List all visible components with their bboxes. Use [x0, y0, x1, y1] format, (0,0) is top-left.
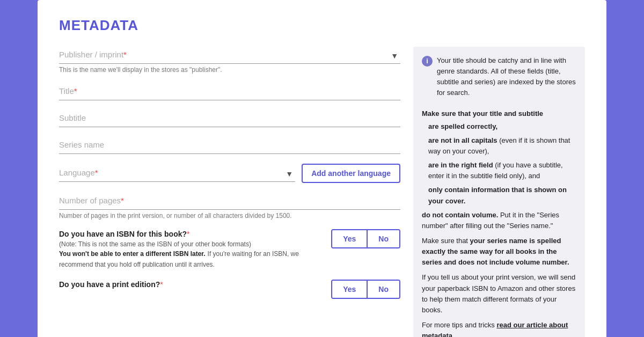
series-input[interactable]	[59, 140, 400, 151]
pages-input[interactable]	[59, 196, 400, 207]
isbn-label: Do you have an ISBN for this book?* (Not…	[59, 229, 325, 270]
info-item-2: are not in all capitals (even if it is s…	[422, 135, 576, 157]
subtitle-group: Subtitle	[59, 110, 400, 127]
isbn-no-button[interactable]: No	[367, 230, 399, 247]
info-bold-intro: Make sure that your title and subtitle	[422, 108, 576, 119]
subtitle-field[interactable]: Subtitle	[59, 110, 400, 127]
info-header: i Your title should be catchy and in lin…	[422, 55, 576, 103]
add-language-button[interactable]: Add another language	[302, 164, 400, 183]
language-select-wrapper[interactable]: ▼	[59, 168, 295, 179]
subtitle-input[interactable]	[59, 113, 400, 124]
info-series-warning: Make sure that your series name is spell…	[422, 236, 576, 268]
info-series-note: do not contain volume. Put it in the "Se…	[422, 210, 576, 231]
print-no-button[interactable]: No	[367, 281, 399, 298]
print-group: Do you have a print edition?* Yes No	[59, 280, 400, 299]
info-isbn-info: If you tell us about your print version,…	[422, 272, 576, 316]
info-item-1: are spelled correctly,	[422, 121, 576, 132]
info-icon: i	[422, 56, 433, 67]
series-group: Series name	[59, 137, 400, 154]
isbn-yes-button[interactable]: Yes	[332, 230, 367, 247]
pages-group: Number of pages* Number of pages in the …	[59, 193, 400, 219]
series-field[interactable]: Series name	[59, 137, 400, 154]
isbn-yes-no-buttons: Yes No	[331, 229, 400, 248]
pages-hint: Number of pages in the print version, or…	[59, 212, 400, 219]
print-label: Do you have a print edition?*	[59, 280, 325, 290]
print-yes-no-buttons: Yes No	[331, 280, 400, 299]
pages-field[interactable]: Number of pages*	[59, 193, 400, 210]
publisher-field[interactable]: ▼ Publisher / imprint*	[59, 47, 400, 64]
print-yes-button[interactable]: Yes	[332, 281, 367, 298]
left-panel: ▼ Publisher / imprint* This is the name …	[59, 47, 400, 337]
info-panel: i Your title should be catchy and in lin…	[413, 47, 585, 337]
title-input[interactable]	[59, 86, 400, 98]
language-field[interactable]: ▼ Language*	[59, 165, 295, 182]
publisher-hint: This is the name we'll display in the st…	[59, 66, 400, 74]
publisher-select-wrapper[interactable]: ▼	[59, 50, 400, 61]
title-group: Title*	[59, 83, 400, 100]
publisher-group: ▼ Publisher / imprint* This is the name …	[59, 47, 400, 74]
isbn-row: Do you have an ISBN for this book?* (Not…	[59, 229, 400, 270]
isbn-group: Do you have an ISBN for this book?* (Not…	[59, 229, 400, 270]
language-row: ▼ Language* Add another language	[59, 164, 400, 183]
info-item-3: are in the right field (if you have a su…	[422, 160, 576, 181]
info-intro: Your title should be catchy and in line …	[437, 55, 576, 99]
info-item-4: only contain information that is shown o…	[422, 185, 576, 206]
page-title: METADATA	[59, 17, 585, 34]
print-row: Do you have a print edition?* Yes No	[59, 280, 400, 299]
info-article: For more tips and tricks read our articl…	[422, 320, 576, 337]
content-row: ▼ Publisher / imprint* This is the name …	[59, 47, 585, 337]
language-group: ▼ Language* Add another language	[59, 164, 400, 183]
publisher-select[interactable]	[59, 50, 400, 61]
title-field[interactable]: Title*	[59, 83, 400, 100]
language-select[interactable]	[59, 168, 295, 179]
main-card: METADATA ▼ Publisher / imprint* This	[38, 0, 606, 337]
